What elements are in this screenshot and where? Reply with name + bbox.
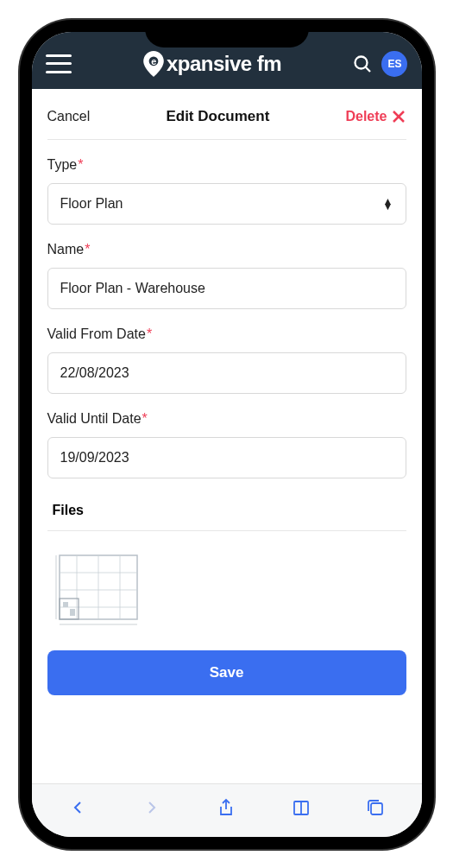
- modal-header: Cancel Edit Document Delete: [47, 89, 406, 140]
- floorplan-thumbnail-icon: [51, 547, 146, 633]
- bottom-spacer: [32, 832, 422, 837]
- valid-until-value: 19/09/2023: [60, 450, 129, 466]
- valid-from-field-group: Valid From Date* 22/08/2023: [47, 326, 406, 394]
- svg-point-2: [355, 56, 368, 68]
- type-value: Floor Plan: [60, 196, 123, 212]
- valid-from-value: 22/08/2023: [60, 365, 129, 381]
- back-icon[interactable]: [67, 797, 88, 818]
- phone-frame: e xpansive fm ES Cancel Edit Document De: [20, 20, 434, 849]
- search-icon[interactable]: [352, 54, 373, 74]
- page-title: Edit Document: [166, 108, 269, 125]
- svg-line-3: [366, 67, 370, 71]
- phone-notch: [145, 20, 309, 48]
- svg-rect-14: [63, 602, 68, 607]
- user-avatar[interactable]: ES: [381, 51, 407, 77]
- type-select[interactable]: Floor Plan ▲▼: [47, 183, 406, 225]
- files-section-label: Files: [47, 487, 406, 531]
- menu-button[interactable]: [46, 54, 72, 73]
- svg-rect-15: [70, 609, 75, 616]
- name-value: Floor Plan - Warehouse: [60, 281, 205, 296]
- valid-from-input[interactable]: 22/08/2023: [47, 352, 406, 394]
- cancel-button[interactable]: Cancel: [47, 109, 91, 124]
- share-icon[interactable]: [216, 797, 236, 818]
- delete-button[interactable]: Delete: [345, 109, 406, 124]
- svg-text:e: e: [151, 56, 156, 67]
- delete-label: Delete: [345, 109, 387, 124]
- avatar-initials: ES: [387, 58, 401, 70]
- valid-until-field-group: Valid Until Date* 19/09/2023: [47, 411, 406, 478]
- bookmarks-icon[interactable]: [291, 797, 311, 818]
- type-field-group: Type* Floor Plan ▲▼: [47, 157, 406, 225]
- phone-screen: e xpansive fm ES Cancel Edit Document De: [32, 32, 422, 837]
- svg-rect-13: [60, 599, 79, 619]
- name-label: Name*: [47, 242, 91, 257]
- save-button[interactable]: Save: [47, 650, 406, 695]
- valid-from-label: Valid From Date*: [47, 326, 153, 342]
- content-area: Cancel Edit Document Delete Type* Floor …: [32, 89, 422, 783]
- name-field-group: Name* Floor Plan - Warehouse: [47, 242, 406, 309]
- name-input[interactable]: Floor Plan - Warehouse: [47, 268, 406, 309]
- valid-until-input[interactable]: 19/09/2023: [47, 437, 406, 478]
- type-label: Type*: [47, 157, 84, 173]
- tabs-icon[interactable]: [365, 797, 386, 818]
- forward-icon[interactable]: [142, 797, 162, 818]
- chevron-updown-icon: ▲▼: [383, 199, 393, 209]
- map-pin-icon: e: [142, 51, 165, 77]
- file-thumbnail[interactable]: [51, 547, 146, 633]
- browser-toolbar: [32, 783, 422, 832]
- close-icon: [392, 110, 406, 124]
- svg-rect-20: [371, 803, 382, 814]
- app-logo: e xpansive fm: [142, 51, 281, 77]
- valid-until-label: Valid Until Date*: [47, 411, 148, 427]
- brand-text: xpansive fm: [167, 52, 281, 76]
- header-actions: ES: [352, 51, 407, 77]
